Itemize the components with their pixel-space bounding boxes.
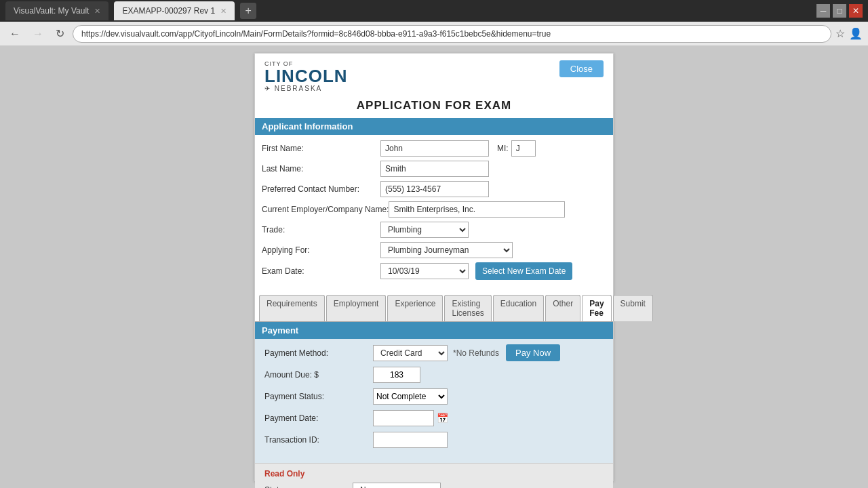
payment-section: Payment Payment Method: Credit Card Chec… (255, 322, 613, 463)
lastname-label: Last Name: (262, 164, 380, 174)
logo-nebraska: ✈ NEBRASKA (264, 85, 348, 92)
amount-due-input[interactable] (373, 367, 420, 383)
firstname-label: First Name: (262, 144, 380, 153)
payment-date-label: Payment Date: (264, 413, 373, 423)
calendar-icon[interactable]: 📅 (437, 413, 448, 424)
header-close-button[interactable]: Close (559, 60, 604, 77)
applying-select[interactable]: Plumbing Journeyman Plumbing Master (380, 242, 513, 258)
trade-label: Trade: (262, 225, 380, 235)
back-button[interactable]: ← (5, 26, 24, 41)
payment-date-input[interactable] (373, 410, 434, 426)
tab-requirements[interactable]: Requirements (259, 295, 325, 321)
mi-label: MI: (497, 144, 509, 153)
transaction-id-label: Transaction ID: (264, 435, 373, 445)
amount-due-label: Amount Due: $ (264, 370, 373, 380)
transaction-id-row: Transaction ID: (264, 432, 604, 448)
readonly-label: Read Only (264, 469, 604, 479)
form-container: CITY OF LINCOLN ✈ NEBRASKA Close APPLICA… (254, 53, 614, 481)
payment-status-label: Payment Status: (264, 392, 373, 401)
applying-row: Applying For: Plumbing Journeyman Plumbi… (262, 242, 606, 258)
tab-education[interactable]: Education (493, 295, 544, 321)
employer-label: Current Employer/Company Name: (262, 205, 389, 214)
lastname-row: Last Name: (262, 161, 606, 177)
trade-select[interactable]: Plumbing Electrical HVAC (380, 222, 469, 238)
transaction-id-input[interactable] (373, 432, 448, 448)
pay-now-button[interactable]: Pay Now (506, 344, 560, 361)
tab-other[interactable]: Other (545, 295, 580, 321)
employer-row: Current Employer/Company Name: (262, 201, 606, 218)
bookmark-icon[interactable]: ☆ (835, 27, 845, 40)
nav-bar: ← → ↻ ☆ 👤 (0, 22, 868, 46)
applying-label: Applying For: (262, 245, 380, 255)
payment-status-row: Payment Status: Not Complete Complete (264, 388, 604, 405)
tabs-bar: Requirements Employment Experience Exist… (255, 295, 613, 322)
new-tab-button[interactable]: + (240, 3, 256, 19)
firstname-row: First Name: MI: (262, 140, 606, 157)
applicant-section-header: Applicant Information (255, 118, 613, 135)
examdate-select[interactable]: 10/03/19 (380, 263, 469, 279)
minimize-button[interactable]: ─ (816, 4, 830, 18)
applicant-section-body: First Name: MI: Last Name: Preferred Con… (255, 135, 613, 289)
tab-myvault[interactable]: VisualVault: My Vault ✕ (5, 1, 108, 20)
ro-status-select[interactable]: New Active (353, 483, 441, 488)
contact-row: Preferred Contact Number: (262, 181, 606, 197)
profile-icon[interactable]: 👤 (849, 27, 863, 40)
logo-area: CITY OF LINCOLN ✈ NEBRASKA (264, 60, 348, 92)
payment-status-select[interactable]: Not Complete Complete (373, 388, 448, 405)
employer-input[interactable] (389, 201, 565, 218)
readonly-section: Read Only Status: New Active Application… (255, 463, 613, 488)
tab-experience[interactable]: Experience (387, 295, 443, 321)
logo-nebraska-text: NEBRASKA (275, 85, 322, 92)
tab-employment[interactable]: Employment (326, 295, 387, 321)
contact-input[interactable] (380, 181, 489, 197)
tab-examapp[interactable]: EXAMAPP-000297 Rev 1 ✕ (114, 1, 235, 20)
amount-due-row: Amount Due: $ (264, 367, 604, 383)
payment-method-label: Payment Method: (264, 348, 373, 358)
form-header: CITY OF LINCOLN ✈ NEBRASKA Close (255, 54, 613, 96)
select-exam-button[interactable]: Select New Exam Date (475, 262, 572, 280)
form-title: APPLICATION FOR EXAM (255, 96, 613, 118)
payment-method-row: Payment Method: Credit Card Check Cash *… (264, 344, 604, 361)
payment-header: Payment (255, 322, 613, 339)
title-bar: VisualVault: My Vault ✕ EXAMAPP-000297 R… (0, 0, 868, 22)
ro-status-label: Status: (264, 485, 353, 488)
firstname-input[interactable] (380, 140, 489, 157)
page-wrapper: CITY OF LINCOLN ✈ NEBRASKA Close APPLICA… (0, 46, 868, 488)
forward-button[interactable]: → (28, 26, 47, 41)
tab-examapp-label: EXAMAPP-000297 Rev 1 (122, 6, 215, 16)
tab-myvault-close[interactable]: ✕ (94, 7, 100, 16)
trade-row: Trade: Plumbing Electrical HVAC (262, 222, 606, 238)
tab-submit[interactable]: Submit (613, 295, 653, 321)
lastname-input[interactable] (380, 161, 489, 177)
payment-date-row: Payment Date: 📅 (264, 410, 604, 426)
tab-myvault-label: VisualVault: My Vault (14, 6, 89, 16)
contact-label: Preferred Contact Number: (262, 184, 380, 194)
window-controls: ─ □ ✕ (816, 4, 863, 18)
mi-input[interactable] (511, 140, 536, 157)
logo-lincoln: LINCOLN (264, 67, 348, 85)
payment-method-select[interactable]: Credit Card Check Cash (373, 345, 448, 361)
tab-examapp-close[interactable]: ✕ (220, 7, 226, 16)
examdate-controls: 10/03/19 Select New Exam Date (380, 262, 572, 280)
window-close-button[interactable]: ✕ (849, 4, 863, 18)
logo-star: ✈ (264, 85, 271, 92)
browser-chrome: VisualVault: My Vault ✕ EXAMAPP-000297 R… (0, 0, 868, 46)
reload-button[interactable]: ↻ (52, 26, 68, 41)
tab-existing-licenses[interactable]: Existing Licenses (444, 295, 491, 321)
maximize-button[interactable]: □ (833, 4, 846, 18)
ro-status-row: Status: New Active (264, 483, 604, 488)
examdate-label: Exam Date: (262, 266, 380, 276)
examdate-row: Exam Date: 10/03/19 Select New Exam Date (262, 262, 606, 280)
address-bar[interactable] (73, 25, 831, 43)
no-refunds-text: *No Refunds (453, 348, 499, 358)
tab-pay-fee[interactable]: Pay Fee (582, 295, 611, 321)
